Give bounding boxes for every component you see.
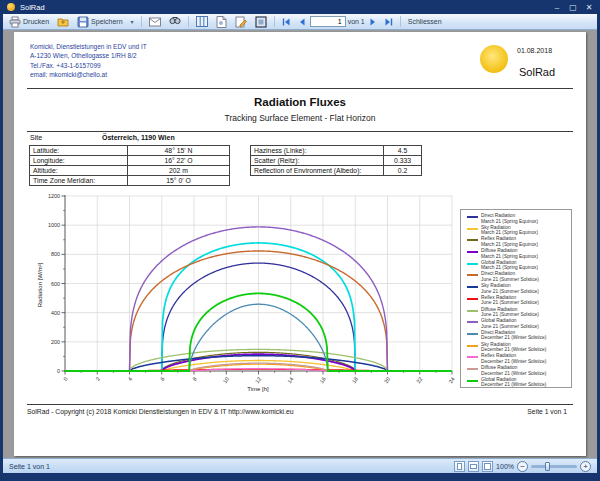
zoom-out-button[interactable]: − xyxy=(517,461,528,472)
table-row: Time Zone Meridian:15° 0' O xyxy=(30,176,230,186)
legend-swatch xyxy=(467,228,478,230)
legend-swatch xyxy=(467,216,478,218)
row-label: Time Zone Meridian: xyxy=(30,176,128,186)
legend-label: Global RadiationDecember 21 (Winter Sols… xyxy=(481,377,546,388)
svg-text:12: 12 xyxy=(254,376,262,384)
row-label: Latitude: xyxy=(30,146,128,156)
company-line: A-1230 Wien, Othellogasse 1/RH 8/2 xyxy=(30,51,147,60)
legend-swatch xyxy=(467,368,478,370)
legend-entry: Sky RadiationMarch 21 (Spring Equinox) xyxy=(467,225,571,237)
legend-label: Direct RadiationJune 21 (Summer Solstice… xyxy=(481,271,539,283)
zoom-slider-thumb[interactable] xyxy=(545,462,550,471)
sun-logo-icon xyxy=(480,45,508,73)
table-row: Longitude:16° 22' O xyxy=(30,156,230,166)
legend-label: Reflex RadiationDecember 21 (Winter Sols… xyxy=(481,353,546,365)
svg-text:200: 200 xyxy=(51,339,60,345)
row-label: Reflection of Environment (Albedo): xyxy=(251,166,384,176)
zoom-in-button[interactable]: + xyxy=(580,461,591,472)
close-preview-button[interactable]: Schliessen xyxy=(405,17,445,26)
maximize-button[interactable]: ▢ xyxy=(565,3,581,12)
zoom-slider[interactable] xyxy=(531,465,577,468)
edit-button[interactable] xyxy=(232,15,250,29)
page-setup-button[interactable] xyxy=(213,15,230,29)
single-page-view-button[interactable] xyxy=(454,461,465,472)
svg-text:18: 18 xyxy=(351,376,359,384)
report-title: Radiation Fluxes xyxy=(14,96,586,108)
table-row: Altitude:202 m xyxy=(30,166,230,176)
save-icon xyxy=(77,16,89,28)
minimize-button[interactable]: – xyxy=(549,3,565,12)
site-value: Österreich, 1190 Wien xyxy=(102,134,175,141)
close-window-button[interactable]: ✕ xyxy=(581,3,597,12)
row-label: Altitude: xyxy=(30,166,128,176)
next-page-icon xyxy=(369,17,378,27)
next-page-button[interactable] xyxy=(367,17,380,27)
legend-entry: Reflex RadiationMarch 21 (Spring Equinox… xyxy=(467,236,571,248)
svg-text:22: 22 xyxy=(415,376,423,384)
table-row: Scatter (Reitz):0.333 xyxy=(251,156,422,166)
legend-swatch xyxy=(467,274,478,276)
row-value: 15° 0' O xyxy=(128,176,230,186)
atmosphere-table: Haziness (Linke):4.5 Scatter (Reitz):0.3… xyxy=(250,145,422,176)
svg-text:0: 0 xyxy=(62,376,69,382)
preview-area: Komicki, Dienstleistungen in EDV und IT … xyxy=(3,30,597,458)
legend-swatch xyxy=(467,286,478,288)
legend-swatch xyxy=(467,263,478,265)
save-dropdown-button[interactable]: ▾ xyxy=(128,17,137,26)
search-button[interactable] xyxy=(166,15,184,28)
print-button[interactable]: Drucken xyxy=(6,15,52,29)
report-page: Komicki, Dienstleistungen in EDV und IT … xyxy=(14,32,586,456)
save-button[interactable]: Speichern xyxy=(74,15,126,29)
row-value: 202 m xyxy=(128,166,230,176)
svg-text:1000: 1000 xyxy=(48,222,60,228)
page-number-input[interactable] xyxy=(310,16,346,27)
svg-text:800: 800 xyxy=(51,251,60,257)
legend-swatch xyxy=(467,321,478,323)
page-count-label: von 1 xyxy=(348,18,365,25)
multi-page-view-button[interactable] xyxy=(468,461,479,472)
row-label: Haziness (Linke): xyxy=(251,146,384,156)
last-page-icon xyxy=(384,17,394,27)
chart-legend: Direct RadiationMarch 21 (Spring Equinox… xyxy=(460,209,572,388)
section-divider xyxy=(27,131,573,132)
legend-swatch xyxy=(467,356,478,358)
last-page-button[interactable] xyxy=(382,17,396,27)
svg-text:600: 600 xyxy=(51,281,60,287)
email-icon xyxy=(149,17,161,27)
first-page-button[interactable] xyxy=(279,17,293,27)
page-number-text: Seite 1 von 1 xyxy=(527,408,567,415)
search-icon xyxy=(169,16,181,27)
svg-text:10: 10 xyxy=(222,376,230,384)
svg-text:16: 16 xyxy=(318,376,326,384)
legend-entry: Diffuse RadiationMarch 21 (Spring Equino… xyxy=(467,248,571,260)
page-width-view-button[interactable] xyxy=(482,461,493,472)
chart-grid xyxy=(65,196,452,371)
legend-label: Reflex RadiationJune 21 (Summer Solstice… xyxy=(481,295,539,307)
site-row: Site Österreich, 1190 Wien xyxy=(30,134,42,141)
export-button[interactable] xyxy=(54,15,72,29)
row-value: 0.333 xyxy=(384,156,422,166)
thumbnail-button[interactable] xyxy=(252,15,270,29)
columns-button[interactable] xyxy=(193,15,211,28)
legend-label: Sky RadiationJune 21 (Summer Solstice) xyxy=(481,283,539,295)
footer-divider xyxy=(27,404,573,405)
toolbar-separator xyxy=(141,16,142,27)
legend-label: Diffuse RadiationJune 21 (Summer Solstic… xyxy=(481,307,539,319)
thumbnail-icon xyxy=(255,16,267,28)
app-sun-icon xyxy=(7,3,15,11)
email-button[interactable] xyxy=(146,16,164,28)
prev-page-button[interactable] xyxy=(295,17,308,27)
status-bar: Seite 1 von 1 100% − + xyxy=(3,458,597,473)
chart-axis-labels: Radiation [W/m²]Time [h] xyxy=(37,262,269,392)
header-divider xyxy=(27,88,573,89)
table-row: Reflection of Environment (Albedo):0.2 xyxy=(251,166,422,176)
legend-entry: Global RadiationJune 21 (Summer Solstice… xyxy=(467,318,571,330)
svg-text:1200: 1200 xyxy=(48,193,60,199)
legend-label: Direct RadiationDecember 21 (Winter Sols… xyxy=(481,330,546,342)
svg-text:20: 20 xyxy=(383,376,391,384)
svg-text:0: 0 xyxy=(57,368,60,374)
printer-icon xyxy=(9,16,21,28)
svg-text:6: 6 xyxy=(159,376,166,382)
legend-swatch xyxy=(467,345,478,347)
svg-text:2: 2 xyxy=(94,376,101,382)
